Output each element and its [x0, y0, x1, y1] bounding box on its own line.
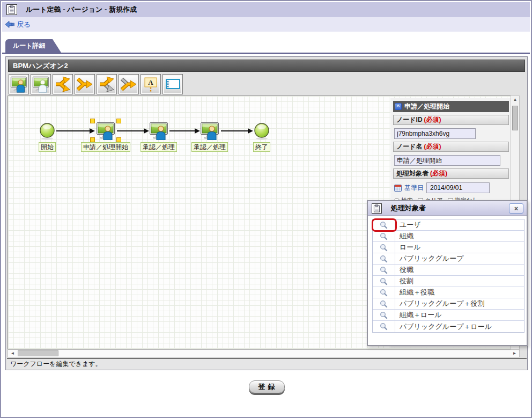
workflow-name-header: BPMハンズオン2: [8, 60, 525, 72]
search-icon: [380, 244, 388, 252]
list-item-role[interactable]: ロール: [373, 242, 524, 253]
search-icon: [380, 289, 388, 297]
search-icon-cell[interactable]: [373, 310, 395, 320]
node-name-input[interactable]: [394, 155, 500, 166]
tab-route-detail[interactable]: ルート詳細: [5, 39, 61, 53]
node-id-input[interactable]: [394, 128, 476, 139]
back-bar: 戻る: [2, 17, 530, 32]
route-definition-window: ルート定義 - バージョン - 新規作成 戻る ルート詳細 BPMハンズオン2: [0, 0, 532, 418]
workflow-node-end[interactable]: 終了: [245, 121, 278, 152]
status-bar: ワークフローを編集できます。: [7, 358, 527, 369]
search-icon-cell[interactable]: [373, 231, 395, 241]
search-icon: [380, 255, 388, 263]
search-icon: [380, 322, 388, 331]
tool-annotation-button[interactable]: A: [141, 74, 161, 94]
search-icon: [380, 277, 388, 285]
collapse-icon[interactable]: ^: [395, 103, 402, 110]
base-date-label: 基準日: [404, 184, 424, 193]
scroll-up-icon[interactable]: ▲: [511, 96, 519, 104]
back-arrow-icon: [5, 21, 14, 28]
selection-handle[interactable]: [116, 119, 121, 123]
required-badge: (必須): [424, 116, 441, 123]
dialog-title: 処理対象者: [391, 203, 426, 213]
conditional-split-icon: [99, 76, 115, 92]
join-icon: [77, 76, 93, 92]
required-badge: (必須): [424, 143, 441, 150]
search-icon-cell[interactable]: [373, 253, 395, 264]
selection-handle[interactable]: [90, 119, 95, 123]
tool-join-button[interactable]: [75, 74, 95, 94]
search-icon-cell[interactable]: [373, 276, 395, 287]
tool-task-button[interactable]: [9, 74, 29, 94]
task-node-icon: [10, 76, 27, 93]
workflow-node-apply-start[interactable]: 申請／処理開始: [79, 121, 132, 152]
properties-header: ^ 申請／処理開始: [393, 101, 509, 112]
back-button[interactable]: 戻る: [5, 20, 31, 30]
workflow-node-approve-2[interactable]: 承認／処理: [183, 121, 237, 152]
search-icon-cell[interactable]: [373, 298, 395, 309]
window-title-bar: ルート定義 - バージョン - 新規作成: [2, 2, 530, 17]
tool-lane-button[interactable]: [162, 74, 183, 94]
lane-icon: [165, 76, 181, 92]
list-item-duty[interactable]: 役割: [373, 276, 524, 287]
scrollbar-thumb[interactable]: [512, 106, 518, 130]
list-item-org-role[interactable]: 組織＋ロール: [373, 310, 524, 321]
search-icon: [380, 300, 388, 308]
selection-handle[interactable]: [116, 137, 121, 142]
list-item-group-role[interactable]: パブリックグループ＋ロール: [373, 321, 524, 332]
dialog-close-button[interactable]: ×: [509, 203, 523, 214]
workflow-node-start[interactable]: 開始: [31, 121, 64, 152]
selection-handle[interactable]: [90, 137, 95, 142]
back-label: 戻る: [17, 20, 31, 30]
target-type-list: ユーザ 組織 ロール: [372, 219, 524, 333]
tool-conditional-split-button[interactable]: [97, 74, 117, 94]
base-date-row: 基準日: [394, 182, 509, 193]
node-label: 承認／処理: [141, 142, 177, 152]
task-node-icon: [200, 122, 219, 140]
search-icon: [380, 311, 388, 319]
tool-conditional-join-button[interactable]: [119, 74, 139, 94]
split-icon: [55, 76, 71, 92]
svg-text:A: A: [148, 78, 153, 86]
tool-dynamic-task-button[interactable]: [31, 74, 51, 94]
target-section-header: 処理対象者(必須): [393, 168, 509, 179]
canvas-horizontal-scrollbar[interactable]: ◄ ►: [8, 349, 520, 357]
list-item-public-group[interactable]: パブリックグループ: [373, 253, 524, 265]
list-item-user[interactable]: ユーザ: [373, 219, 524, 231]
search-icon: [380, 221, 388, 229]
clipboard-icon: [6, 4, 17, 15]
register-button[interactable]: 登 録: [249, 380, 285, 393]
node-label: 開始: [39, 142, 56, 152]
search-icon-cell[interactable]: [373, 321, 395, 332]
node-id-section-header: ノードID(必須): [393, 115, 509, 125]
list-item-organization[interactable]: 組織: [373, 231, 524, 242]
start-node-icon: [39, 122, 55, 140]
conditional-join-icon: [121, 76, 137, 92]
end-node-icon: [254, 122, 270, 140]
search-icon-cell[interactable]: [373, 242, 395, 253]
dynamic-task-node-icon: [32, 76, 49, 93]
node-label: 承認／処理: [191, 142, 228, 152]
scroll-left-icon[interactable]: ◄: [9, 350, 17, 357]
target-select-dialog: 処理対象者 × ユーザ 組織: [367, 200, 528, 346]
search-icon-cell[interactable]: [373, 287, 395, 298]
dialog-title-bar: 処理対象者 ×: [368, 201, 527, 216]
base-date-input[interactable]: [426, 182, 490, 193]
list-item-group-duty[interactable]: パブリックグループ＋役割: [373, 298, 524, 310]
task-node-icon: [149, 122, 168, 140]
workflow-node-approve-1[interactable]: 承認／処理: [132, 121, 186, 152]
scroll-right-icon[interactable]: ►: [511, 350, 519, 357]
scrollbar-thumb[interactable]: [18, 350, 58, 356]
properties-header-label: 申請／処理開始: [404, 102, 449, 111]
list-item-org-post[interactable]: 組織＋役職: [373, 287, 524, 298]
task-node-icon: [96, 122, 115, 140]
tab-underline: [2, 53, 530, 54]
calendar-icon: [394, 184, 402, 192]
annotation-icon: A: [143, 76, 159, 92]
search-icon-cell[interactable]: [373, 265, 395, 275]
search-icon: [380, 232, 388, 240]
tool-split-button[interactable]: [53, 74, 73, 94]
search-icon-cell[interactable]: [373, 219, 395, 230]
search-icon: [380, 266, 388, 274]
list-item-post[interactable]: 役職: [373, 265, 524, 276]
